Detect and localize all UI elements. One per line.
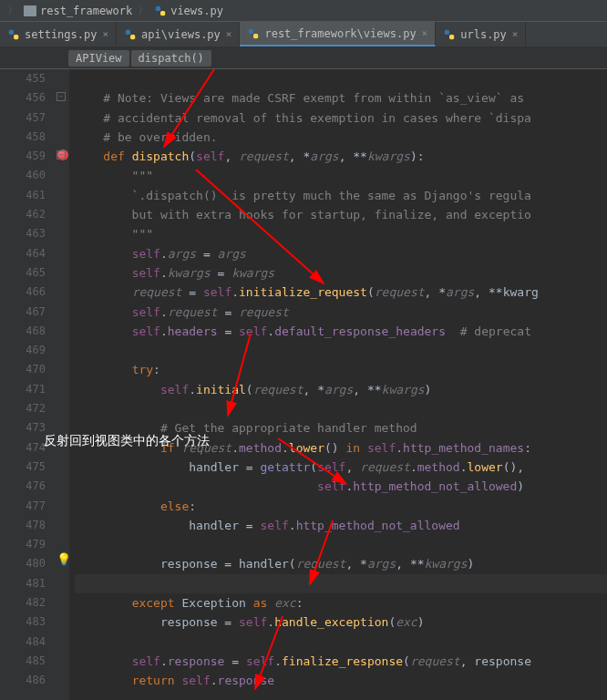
code-area[interactable]: # Note: Views are made CSRF exempt from … xyxy=(69,69,607,700)
fold-marker-icon[interactable]: − xyxy=(57,150,66,160)
line-number: 483 xyxy=(0,612,46,632)
code-line[interactable] xyxy=(75,574,607,593)
line-number: 464 xyxy=(0,244,46,263)
svg-rect-6 xyxy=(249,28,253,33)
code-line[interactable]: """ xyxy=(75,166,607,185)
line-number-gutter: 4554564574584594604614624634644654664674… xyxy=(0,69,55,700)
line-number: 456 xyxy=(0,88,46,108)
tab-label: settings.py xyxy=(25,28,97,41)
line-number: 485 xyxy=(0,652,46,671)
python-file-icon xyxy=(7,28,20,41)
svg-rect-4 xyxy=(126,29,130,34)
line-number: 461 xyxy=(0,186,46,205)
code-line[interactable]: # Get the appropriate handler method xyxy=(75,418,607,438)
tab-label: urls.py xyxy=(460,28,507,41)
code-line[interactable]: if request.method.lower() in self.http_m… xyxy=(75,438,607,458)
code-line[interactable]: self.request = request xyxy=(75,303,607,322)
line-number: 463 xyxy=(0,224,46,243)
svg-rect-5 xyxy=(130,35,135,39)
code-line[interactable] xyxy=(75,69,607,88)
line-number: 467 xyxy=(0,303,46,322)
close-icon[interactable]: × xyxy=(226,28,232,40)
python-file-icon xyxy=(443,28,456,41)
code-line[interactable]: request = self.initialize_request(reques… xyxy=(75,283,607,302)
close-icon[interactable]: × xyxy=(422,27,428,39)
breadcrumb-bar: 〉 rest_framework 〉 views.py xyxy=(0,0,607,22)
code-line[interactable] xyxy=(75,633,607,652)
lightbulb-icon[interactable]: 💡 xyxy=(57,552,71,566)
line-number: 484 xyxy=(0,633,46,652)
code-line[interactable]: else: xyxy=(75,497,607,516)
svg-rect-3 xyxy=(14,35,18,39)
code-line[interactable]: self.args = args xyxy=(75,244,607,263)
line-number: 479 xyxy=(0,535,46,554)
line-number: 482 xyxy=(0,593,46,612)
line-number: 462 xyxy=(0,205,46,224)
line-number: 468 xyxy=(0,322,46,341)
fold-marker-icon[interactable]: − xyxy=(57,92,66,101)
tab-settings[interactable]: settings.py × xyxy=(0,22,117,46)
line-number: 472 xyxy=(0,399,46,418)
svg-rect-8 xyxy=(445,29,449,34)
python-file-icon xyxy=(154,5,167,17)
python-file-icon xyxy=(124,28,137,41)
line-number: 460 xyxy=(0,166,46,185)
context-class[interactable]: APIView xyxy=(68,50,129,67)
line-number: 486 xyxy=(0,671,46,690)
code-line[interactable]: # be overridden. xyxy=(75,128,607,147)
breadcrumb-folder-label: rest_framework xyxy=(40,5,132,17)
line-number: 477 xyxy=(0,497,46,516)
code-line[interactable] xyxy=(75,341,607,360)
editor-tabs: settings.py × api\views.py × rest_framew… xyxy=(0,22,607,47)
tab-label: api\views.py xyxy=(141,28,221,41)
code-line[interactable]: handler = getattr(self, request.method.l… xyxy=(75,458,607,477)
tab-api-views[interactable]: api\views.py × xyxy=(117,22,240,46)
close-icon[interactable]: × xyxy=(512,28,519,40)
code-line[interactable] xyxy=(75,535,607,554)
svg-rect-1 xyxy=(160,11,165,15)
tab-rest-framework-views[interactable]: rest_framework\views.py × xyxy=(240,22,436,46)
code-editor[interactable]: 4554564574584594604614624634644654664674… xyxy=(0,69,607,700)
close-icon[interactable]: × xyxy=(102,28,108,40)
tab-label: rest_framework\views.py xyxy=(264,27,416,40)
code-line[interactable]: self.kwargs = kwargs xyxy=(75,263,607,283)
code-line[interactable]: except Exception as exc: xyxy=(75,593,607,612)
code-line[interactable]: handler = self.http_method_not_allowed xyxy=(75,516,607,535)
code-line[interactable]: self.http_method_not_allowed) xyxy=(75,477,607,496)
context-method[interactable]: dispatch() xyxy=(131,50,211,67)
code-line[interactable] xyxy=(75,399,607,418)
svg-rect-0 xyxy=(156,5,160,10)
breadcrumb-file[interactable]: views.py xyxy=(150,5,227,17)
code-line[interactable]: """ xyxy=(75,224,607,243)
chevron-right-icon: 〉 xyxy=(138,3,149,18)
line-number: 458 xyxy=(0,128,46,147)
line-number: 474 xyxy=(0,438,46,458)
code-line[interactable]: `.dispatch()` is pretty much the same as… xyxy=(75,186,607,205)
line-number: 478 xyxy=(0,516,46,535)
folder-icon xyxy=(24,5,36,16)
line-number: 466 xyxy=(0,283,46,302)
code-line[interactable]: self.initial(request, *args, **kwargs) xyxy=(75,380,607,399)
breadcrumb-file-label: views.py xyxy=(170,5,223,17)
chevron-right-icon: 〉 xyxy=(7,3,18,18)
tab-urls[interactable]: urls.py × xyxy=(436,22,526,46)
line-number: 455 xyxy=(0,69,46,88)
code-line[interactable]: # accidental removal of this exemption i… xyxy=(75,108,607,128)
code-line[interactable]: return self.response xyxy=(75,671,607,690)
code-line[interactable]: response = handler(request, *args, **kwa… xyxy=(75,554,607,573)
line-number: 473 xyxy=(0,418,46,438)
breadcrumb-folder[interactable]: rest_framework xyxy=(20,5,136,17)
code-line[interactable]: response = self.handle_exception(exc) xyxy=(75,612,607,632)
line-number: 469 xyxy=(0,341,46,360)
code-line[interactable]: try: xyxy=(75,360,607,379)
code-line[interactable]: but with extra hooks for startup, finali… xyxy=(75,205,607,224)
code-line[interactable]: def dispatch(self, request, *args, **kwa… xyxy=(75,147,607,166)
code-line[interactable]: # Note: Views are made CSRF exempt from … xyxy=(75,88,607,108)
code-line[interactable]: self.response = self.finalize_response(r… xyxy=(75,652,607,671)
context-bar: APIView dispatch() xyxy=(0,47,607,69)
code-line[interactable]: self.headers = self.default_response_hea… xyxy=(75,322,607,341)
svg-rect-9 xyxy=(449,35,454,39)
svg-rect-7 xyxy=(253,34,258,38)
line-number: 481 xyxy=(0,574,46,593)
python-file-icon xyxy=(247,27,260,40)
